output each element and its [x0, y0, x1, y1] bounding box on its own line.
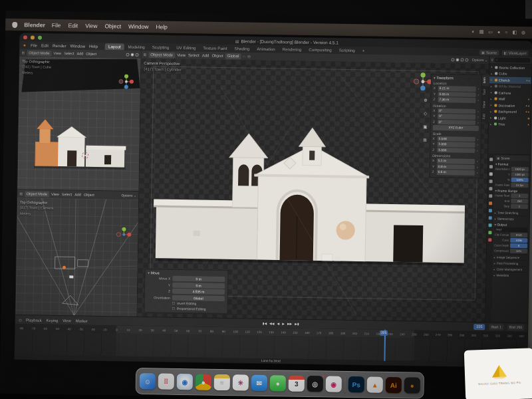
collapse-caret-icon[interactable]: [490, 122, 493, 126]
collapse-caret-icon[interactable]: [491, 72, 493, 75]
value-field[interactable]: 8: [510, 243, 527, 248]
properties-tab-icon[interactable]: [489, 216, 492, 219]
workspace-tab[interactable]: Scripting: [336, 47, 358, 54]
viewport-canvas[interactable]: Top Orthographic (241) Town | Cube Meter…: [17, 57, 140, 191]
value-field[interactable]: 6.21 m: [438, 86, 477, 91]
menubar-menu-item[interactable]: Object: [104, 23, 121, 29]
solid-shading-icon[interactable]: [456, 58, 460, 61]
blender-logo-icon[interactable]: ●: [23, 43, 26, 47]
options-dropdown[interactable]: Options ⌄: [121, 194, 136, 198]
editor-type-icon[interactable]: ⊞: [144, 53, 147, 57]
animate-dot-icon[interactable]: ∘: [476, 171, 478, 174]
viewport-menu-item[interactable]: Object: [211, 54, 223, 58]
value-field[interactable]: 1.048: [438, 136, 476, 142]
menubar-status-icon[interactable]: ◐: [471, 29, 474, 35]
playback-button[interactable]: ▶▶: [287, 323, 292, 326]
collapsed-panel-header[interactable]: Stereoscopy: [495, 215, 528, 221]
dock-icon[interactable]: 3: [289, 376, 305, 392]
value-field[interactable]: 0 m: [172, 282, 225, 288]
animate-dot-icon[interactable]: ∘: [477, 138, 479, 141]
playback-button[interactable]: ▮◀: [263, 322, 267, 325]
editor-type-icon[interactable]: ⊞: [22, 51, 25, 55]
timeline-menu-item[interactable]: View: [63, 319, 71, 323]
collapsed-panel-header[interactable]: Metadata: [493, 271, 527, 278]
viewport-menu-item[interactable]: View: [177, 53, 186, 57]
navigation-gizmo[interactable]: [115, 225, 132, 243]
outliner-item[interactable]: Tree ▲: [489, 121, 531, 128]
workspace-tab[interactable]: Sculpting: [149, 44, 173, 51]
collapse-caret-icon[interactable]: [491, 97, 493, 100]
zoom-button[interactable]: [38, 36, 42, 40]
dock-icon[interactable]: ✳: [233, 374, 249, 390]
workspace-tab[interactable]: Shading: [231, 45, 253, 53]
topbar-menu-item[interactable]: Help: [89, 44, 98, 49]
dock-icon[interactable]: Ps: [348, 376, 364, 392]
menubar-menu-item[interactable]: Help: [156, 23, 168, 30]
value-field[interactable]: 1.000: [437, 142, 475, 147]
rotation-mode-dropdown[interactable]: XYZ Euler: [433, 125, 479, 131]
dock-icon[interactable]: Ai: [386, 377, 402, 393]
properties-breadcrumb[interactable]: ▣ Scene: [495, 155, 529, 161]
orientation-value[interactable]: Global: [172, 295, 225, 301]
collapse-caret-icon[interactable]: [490, 104, 493, 107]
navigation-gizmo[interactable]: [118, 72, 135, 90]
workspace-tab[interactable]: Layout: [105, 43, 124, 50]
sidebar-tab[interactable]: Item: [482, 74, 489, 86]
dock-icon[interactable]: ≡: [214, 374, 230, 390]
dock-icon[interactable]: ⠿: [158, 373, 174, 389]
solid-shading-icon[interactable]: [131, 53, 134, 56]
workspace-tab[interactable]: Compositing: [305, 46, 335, 53]
value-field[interactable]: 4.535 m: [172, 289, 225, 295]
viewport-top-left[interactable]: ⊞ Object Mode ViewSelectAddObject: [17, 49, 140, 192]
viewport-menu-item[interactable]: View: [51, 192, 59, 196]
menubar-status-icon[interactable]: ●: [497, 29, 500, 35]
checkbox-invert-editing[interactable]: Invert Editing: [172, 301, 225, 306]
mode-dropdown[interactable]: Object Mode: [27, 50, 51, 57]
topbar-menu-item[interactable]: Window: [70, 43, 86, 48]
properties-tab-icon[interactable]: [489, 180, 493, 183]
church-model-mini[interactable]: [30, 115, 132, 171]
value-field[interactable]: 0.55 m: [438, 92, 477, 97]
dock-icon[interactable]: ✉: [251, 375, 267, 391]
dock-icon[interactable]: ●: [270, 375, 286, 391]
apple-menu-icon[interactable]: [12, 21, 17, 27]
viewport-nav-tool-icon[interactable]: ◇: [422, 110, 429, 117]
menubar-status-icon[interactable]: ○: [505, 30, 507, 35]
value-field[interactable]: 0.8 m: [437, 164, 475, 170]
workspace-tab[interactable]: Rendering: [279, 46, 305, 53]
playback-button[interactable]: ▶: [282, 322, 285, 325]
value-field[interactable]: 1: [511, 204, 528, 209]
snap-magnet-icon[interactable]: ∩: [243, 54, 245, 58]
workspace-tab[interactable]: Modeling: [125, 43, 148, 51]
animate-dot-icon[interactable]: ∘: [477, 115, 479, 118]
collapse-caret-icon[interactable]: [491, 84, 493, 88]
rendered-shading-icon[interactable]: [466, 58, 469, 61]
scene-selector[interactable]: ▣Scene: [479, 50, 499, 55]
menubar-status-icon[interactable]: ◧: [512, 30, 517, 35]
playback-button[interactable]: ◀: [277, 322, 279, 325]
dock-icon[interactable]: ☺: [140, 373, 156, 389]
dock-icon[interactable]: [344, 376, 346, 392]
editor-type-icon[interactable]: ⊞: [19, 192, 23, 196]
current-frame-field[interactable]: 225: [474, 324, 485, 330]
dock-icon[interactable]: ▲: [367, 376, 383, 392]
animate-dot-icon[interactable]: ∘: [477, 143, 479, 146]
playback-button[interactable]: ▶▮: [295, 323, 299, 326]
viewport-menu-item[interactable]: Select: [62, 192, 72, 196]
properties-tab-icon[interactable]: [489, 201, 492, 205]
menubar-status-icon[interactable]: ▤: [479, 29, 484, 35]
workspace-tab[interactable]: Texture Paint: [200, 45, 230, 52]
frame-range-panel-title[interactable]: Frame Range: [495, 188, 528, 193]
properties-tab-icon[interactable]: [488, 238, 491, 241]
timeline-menu-item[interactable]: Keying: [47, 318, 59, 322]
output-path-field[interactable]: /tmp/: [494, 227, 527, 232]
proportional-editing-icon[interactable]: ◎: [247, 55, 251, 59]
output-panel-title[interactable]: Output: [495, 222, 528, 227]
dock-icon[interactable]: ◉: [177, 374, 193, 390]
value-field[interactable]: 0°: [438, 120, 476, 125]
transform-panel-title[interactable]: Transform: [434, 76, 479, 80]
value-field[interactable]: RGB: [510, 238, 527, 243]
collapse-caret-icon[interactable]: [490, 116, 493, 120]
viewport-canvas[interactable]: Camera Perspective (417) Town | Cylinder…: [137, 59, 489, 322]
animate-dot-icon[interactable]: ∘: [476, 166, 478, 169]
